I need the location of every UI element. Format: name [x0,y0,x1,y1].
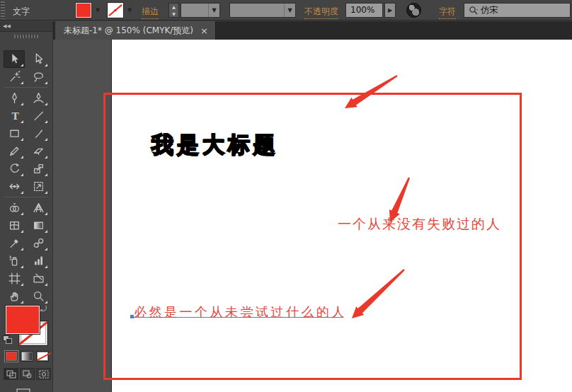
recolor-artwork-icon[interactable] [406,3,421,18]
character-link[interactable]: 字符 [439,6,456,19]
fill-proxy-swatch[interactable] [6,306,40,334]
tool-pen-tool[interactable] [4,89,25,107]
tool-free-transform-tool[interactable] [28,178,49,195]
color-mode-buttons [0,351,53,362]
tool-symbol-sprayer-tool[interactable] [4,252,25,270]
fill-stroke-proxy: ⤾ [0,304,53,350]
tool-curvature-tool[interactable] [28,89,49,107]
swap-fill-stroke-icon[interactable]: ⤾ [40,304,47,313]
stroke-weight-dropdown[interactable]: ▼ [181,3,220,18]
font-search-input[interactable]: 仿宋 [464,3,571,18]
tool-paintbrush-tool[interactable] [28,125,49,142]
svg-text:T: T [11,110,19,122]
stroke-weight-stepper[interactable]: ▲▼ [168,3,179,18]
draw-normal-button[interactable] [4,368,18,380]
tool-group-separator [4,197,48,197]
tab-bar: 未标题-1* @ 150% (CMYK/预览) × [53,21,572,40]
variable-width-dropdown[interactable]: ▼ [229,3,296,18]
tool-rotate-tool[interactable] [4,160,25,178]
fill-color-dropdown[interactable]: ▼ [92,3,103,18]
tool-lasso-tool[interactable] [28,68,49,86]
headline-text[interactable]: 我是大标题 [151,130,279,160]
tool-blend-tool[interactable] [28,234,49,252]
toolbar-collapse-button[interactable]: ◀◀ [0,21,52,32]
gradient-button[interactable] [21,351,33,362]
context-label: 文字 [13,6,30,18]
tool-gradient-tool[interactable] [28,217,49,234]
control-bar: 文字 ▼ ▼ 描边 ▲▼ ▼ ▼ 不透明度 100% ▶ 字符 仿宋 [0,0,572,21]
none-diagonal-icon [108,4,122,17]
tool-rectangle-tool[interactable] [4,125,25,142]
tool-artboard-tool[interactable] [4,270,25,287]
default-fill-stroke-icon[interactable] [3,335,13,344]
red-text-line-2[interactable]: 必然是一个从未尝试过什么的人 [134,304,347,321]
panel-grip[interactable] [1,1,5,19]
tool-column-graph-tool[interactable] [28,252,49,270]
canvas-area[interactable]: 我是大标题 一个从来没有失败过的人 必然是一个从未尝试过什么的人 [53,40,572,392]
screen-mode-icon [14,386,38,392]
tool-zoom-tool[interactable] [28,287,49,305]
close-icon[interactable]: × [200,26,208,35]
drawing-mode-buttons [0,368,53,380]
font-name-value: 仿宋 [481,4,498,17]
tool-group-separator [4,87,48,88]
tool-line-segment-tool[interactable] [28,107,49,125]
document-tab[interactable]: 未标题-1* @ 150% (CMYK/预览) × [55,21,216,40]
tool-eraser-tool[interactable] [28,142,49,160]
tool-direct-selection-tool[interactable] [28,50,49,68]
tool-eyedropper-tool[interactable] [4,234,25,252]
tool-magic-wand-tool[interactable] [4,68,25,86]
screen-mode-button[interactable] [14,386,38,392]
opacity-menu-button[interactable]: ▶ [384,3,396,18]
tool-hand-tool[interactable] [4,287,25,305]
toolbar-grip[interactable] [14,35,38,38]
tool-slice-tool[interactable] [28,270,49,287]
color-button[interactable] [5,351,18,362]
none-button[interactable] [36,351,49,362]
opacity-link[interactable]: 不透明度 [304,6,338,19]
fill-color-swatch[interactable] [76,3,91,18]
tool-pencil-tool[interactable] [4,142,25,160]
draw-behind-button[interactable] [20,368,35,380]
tool-selection-tool[interactable] [4,50,25,68]
chevron-down-icon: ▼ [284,4,295,17]
red-text-line-1[interactable]: 一个从来没有失败过的人 [338,215,501,234]
stroke-color-swatch[interactable] [108,3,123,18]
document-tab-title: 未标题-1* @ 150% (CMYK/预览) [64,25,193,37]
tools-grid: T [0,40,52,305]
anchor-point[interactable] [130,315,134,318]
tool-scale-tool[interactable] [28,160,49,178]
tool-panel: ◀◀ T ⤾ [0,21,53,392]
stroke-link[interactable]: 描边 [142,6,159,19]
tool-type-tool[interactable]: T [4,107,25,125]
stroke-color-dropdown[interactable]: ▼ [124,3,135,18]
draw-inside-button[interactable] [36,368,51,380]
tool-mesh-tool[interactable] [4,217,25,234]
tool-width-tool[interactable] [4,178,25,195]
search-icon [469,6,479,16]
opacity-input[interactable]: 100% [345,3,383,18]
chevron-down-icon: ▼ [208,4,219,17]
text-baseline-path[interactable] [132,317,343,318]
tool-perspective-grid-tool[interactable] [28,199,49,217]
tool-shape-builder-tool[interactable] [4,199,25,217]
